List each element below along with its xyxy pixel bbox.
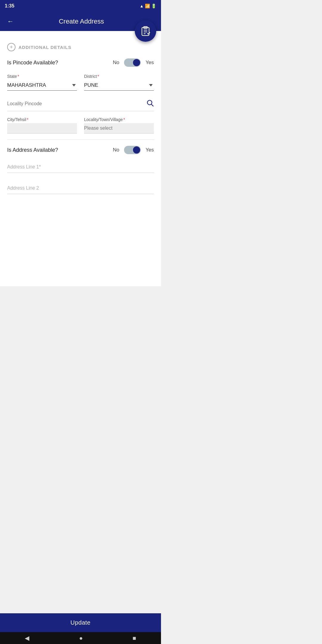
section-header: + ADDITIONAL DETAILS [7,43,154,51]
page-title: Create Address [18,18,144,25]
city-input[interactable] [7,123,77,134]
locality-pincode-wrapper [7,97,154,111]
district-label: District* [84,74,154,79]
address-toggle-row: Is Address Available? No Yes [7,146,154,154]
pincode-yes-label: Yes [145,60,154,66]
locality-label: Locality/Town/Village* [84,117,154,122]
address-toggle-switch[interactable] [124,146,141,154]
status-time: 1:35 [5,3,14,9]
add-section-icon: + [7,43,16,51]
state-district-row: State* MAHARASHTRA GUJARAT GOA District*… [7,74,154,91]
pincode-no-label: No [113,60,120,66]
fab-button[interactable] [135,20,156,42]
address-no-label: No [113,147,120,153]
back-button[interactable]: ← [5,15,16,28]
district-field-col: District* PUNE NASHIK MUMBAI [84,74,154,91]
locality-field-col: Locality/Town/Village* [84,117,154,134]
content-area: + ADDITIONAL DETAILS Is Pincode Availabl… [0,31,161,286]
address-toggle-knob [133,146,140,154]
wifi-icon: ▲ [140,4,144,8]
district-select[interactable]: PUNE NASHIK MUMBAI [84,80,154,91]
status-bar: 1:35 ▲ 📶 🔋 [0,0,161,12]
address-yes-label: Yes [145,147,154,153]
pincode-toggle-switch[interactable] [124,58,141,67]
city-label: City/Tehsil* [7,117,77,122]
locality-pincode-input[interactable] [7,101,146,106]
state-label: State* [7,74,77,79]
search-icon[interactable] [146,99,154,109]
pincode-toggle-row: Is Pincode Available? No Yes [7,58,154,67]
address-line1-input[interactable] [7,161,154,173]
address-toggle-label: Is Address Available? [7,147,108,153]
city-locality-row: City/Tehsil* Locality/Town/Village* [7,117,154,134]
divider [7,140,154,140]
battery-icon: 🔋 [151,4,156,8]
app-bar: ← Create Address [0,12,161,31]
section-title: ADDITIONAL DETAILS [18,45,71,50]
address-line2-input[interactable] [7,182,154,194]
state-field-col: State* MAHARASHTRA GUJARAT GOA [7,74,77,91]
locality-input[interactable] [84,123,154,134]
pincode-toggle-label: Is Pincode Available? [7,60,108,66]
svg-line-6 [151,104,153,106]
status-icons: ▲ 📶 🔋 [140,4,156,8]
state-select[interactable]: MAHARASHTRA GUJARAT GOA [7,80,77,91]
signal-icon: 📶 [145,4,150,8]
city-field-col: City/Tehsil* [7,117,77,134]
clipboard-icon [140,26,151,36]
pincode-toggle-knob [133,59,140,66]
